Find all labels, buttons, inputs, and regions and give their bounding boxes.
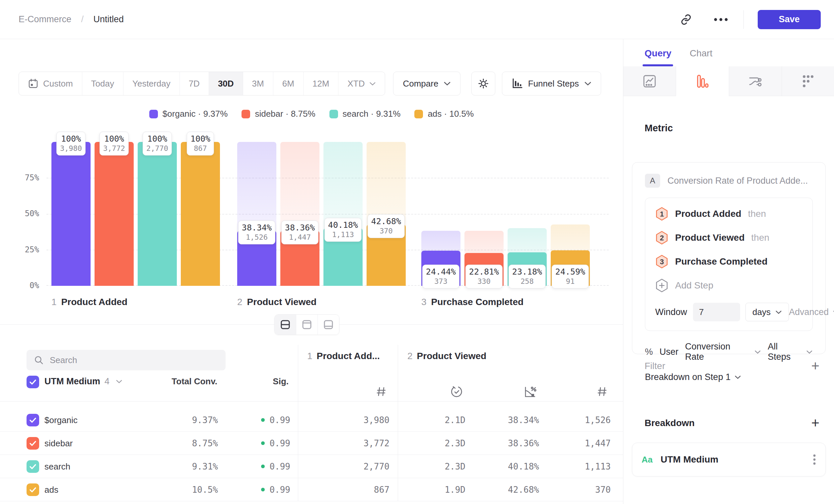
bar-conversion-pct: 40.18%: [328, 220, 358, 230]
tab-chart[interactable]: Chart: [690, 48, 712, 59]
bar-count: 867: [191, 144, 210, 153]
bar-conversion-pct: 24.59%: [555, 267, 585, 277]
range-6m[interactable]: 6M: [273, 72, 303, 95]
breakdown-on-select[interactable]: Breakdown on Step 1: [645, 372, 813, 382]
bar-slot: 24.44% 373: [421, 142, 460, 286]
funnel-bar-ads[interactable]: [181, 142, 220, 286]
search-input[interactable]: [50, 355, 218, 365]
more-options-button[interactable]: [714, 18, 728, 22]
chevron-down-icon[interactable]: [116, 379, 123, 384]
save-button[interactable]: Save: [758, 10, 821, 29]
bar-conversion-pct: 100%: [146, 134, 168, 143]
legend-item[interactable]: $organic · 9.37%: [149, 109, 228, 119]
chart-type-flow-button[interactable]: [729, 66, 782, 96]
step-name: Product Added: [61, 297, 128, 307]
measure-entity[interactable]: User: [659, 347, 678, 357]
search-icon: [34, 355, 44, 365]
table-row-search[interactable]: search 9.31% 0.99 2,770 2.3D 40.18% 1,11…: [0, 455, 623, 478]
tab-query[interactable]: Query: [644, 48, 672, 59]
share-link-button[interactable]: [680, 14, 692, 25]
add-step-hexagon-icon: [655, 278, 668, 293]
row-checkbox[interactable]: [26, 460, 39, 473]
total-conv-header[interactable]: Total Conv.: [172, 376, 217, 387]
line-chart-icon: [642, 73, 658, 89]
legend-label: search · 9.31%: [343, 109, 401, 119]
kebab-menu-icon[interactable]: [813, 454, 816, 465]
range-7d[interactable]: 7D: [179, 72, 208, 95]
window-unit-select[interactable]: days: [745, 303, 789, 321]
bar-value-label: 24.59% 91: [552, 265, 589, 289]
metric-step-1[interactable]: 1 Product Added then: [655, 207, 803, 221]
bar-slot: 100% 3,772: [94, 142, 134, 286]
legend-swatch: [414, 110, 423, 118]
range-30d[interactable]: 30D: [208, 72, 243, 95]
chart-settings-button[interactable]: [471, 72, 495, 95]
table-row-ads[interactable]: ads 10.5% 0.99 867 1.9D 42.68% 370: [0, 478, 623, 501]
bar-value-label: 42.68% 370: [368, 214, 405, 238]
bar-count: 1,113: [328, 230, 358, 239]
add-step-button[interactable]: Add Step: [655, 278, 803, 293]
breadcrumb-collection[interactable]: E-Commerce: [19, 14, 71, 24]
layout-split-button[interactable]: [275, 315, 296, 335]
add-breakdown-button[interactable]: +: [811, 416, 819, 430]
table-group-header-step2: 2 Product Viewed: [408, 351, 486, 361]
step-event-name: Product Added: [675, 209, 742, 219]
range-today[interactable]: Today: [82, 72, 123, 95]
metric-step-2[interactable]: 2 Product Viewed then: [655, 230, 803, 245]
legend-item[interactable]: sidebar · 8.75%: [242, 109, 315, 119]
chart-type-funnel-button[interactable]: [676, 66, 728, 96]
add-filter-button[interactable]: +: [811, 359, 819, 373]
row-checkbox[interactable]: [26, 414, 39, 427]
view-type-button[interactable]: Funnel Steps: [502, 72, 601, 95]
window-value-input[interactable]: [693, 303, 740, 321]
funnel-bar-sidebar[interactable]: [94, 142, 134, 286]
sig-number: 0.99: [269, 485, 290, 495]
breakdown-table: 1 Product Add... 2 Product Viewed: [0, 342, 623, 504]
select-all-checkbox[interactable]: [26, 376, 39, 388]
funnel-bar-search[interactable]: [138, 142, 177, 286]
step-number: 1: [51, 297, 57, 307]
chevron-down-icon: [775, 310, 782, 314]
percent-prefix: %: [645, 347, 653, 357]
range-3m[interactable]: 3M: [243, 72, 273, 95]
row-checkbox[interactable]: [26, 483, 39, 496]
range-xtd[interactable]: XTD: [338, 72, 385, 95]
breakdown-item-card[interactable]: Aa UTM Medium: [632, 443, 826, 477]
advanced-toggle[interactable]: Advanced: [789, 307, 834, 317]
breadcrumb-title[interactable]: Untitled: [93, 14, 124, 24]
range-label: XTD: [347, 78, 365, 89]
sig-header[interactable]: Sig.: [273, 376, 289, 387]
metric-formula-row[interactable]: A Conversion Rate of Product Adde...: [645, 174, 813, 188]
funnel-chart: 100% 3,980100% 3,772100% 2,770100% 86738…: [51, 142, 609, 286]
step1-count: 3,772: [364, 438, 390, 448]
row-label: $organic: [44, 415, 78, 425]
compare-button[interactable]: Compare: [393, 72, 460, 95]
layout-table-only-button[interactable]: [317, 315, 339, 335]
step-name: Product Viewed: [247, 297, 317, 307]
legend-item[interactable]: search · 9.31%: [329, 109, 401, 119]
layout-toggle: [275, 314, 339, 335]
range-12m[interactable]: 12M: [303, 72, 338, 95]
bar-conversion-pct: 100%: [60, 134, 82, 143]
metric-step-3[interactable]: 3 Purchase Completed: [655, 254, 803, 269]
row-checkbox[interactable]: [26, 437, 39, 450]
bar-value-label: 100% 867: [187, 132, 214, 156]
legend-swatch: [329, 110, 338, 118]
chart-type-line-button[interactable]: [623, 66, 676, 96]
legend-item[interactable]: ads · 10.5%: [414, 109, 474, 119]
step2-avg-time: 2.3D: [444, 438, 465, 448]
range-yesterday[interactable]: Yesterday: [123, 72, 179, 95]
sig-dot: [261, 441, 265, 445]
bar-value-label: 38.34% 1,526: [238, 221, 275, 244]
funnel-bar-$organic[interactable]: [51, 142, 91, 286]
layout-chart-only-button[interactable]: [296, 315, 317, 335]
bar-slot: 23.18% 258: [508, 142, 547, 286]
bar-value-label: 100% 3,980: [57, 132, 86, 156]
table-row-organic[interactable]: $organic 9.37% 0.99 3,980 2.1D 38.34% 1,…: [0, 409, 623, 432]
table-row-sidebar[interactable]: sidebar 8.75% 0.99 3,772 2.3D 38.36% 1,4…: [0, 432, 623, 455]
breakdown-column-title[interactable]: UTM Medium: [44, 376, 100, 387]
range-custom[interactable]: Custom: [19, 72, 82, 95]
conversion-window-row: Window days Advanced: [655, 303, 803, 321]
bar-group-step3: 24.44% 37322.81% 33023.18% 25824.59% 91: [421, 142, 590, 286]
chart-type-retention-button[interactable]: [782, 66, 834, 96]
